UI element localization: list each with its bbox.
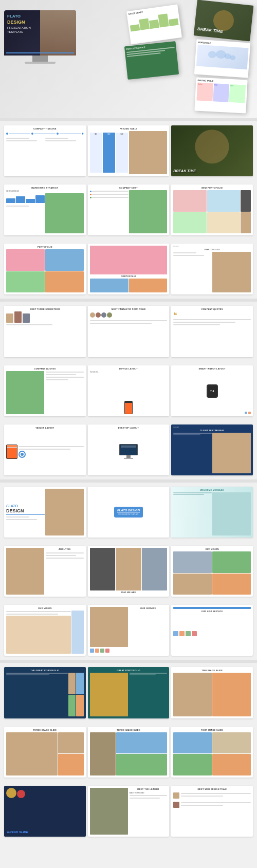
slide-about-us: ABOUT US <box>4 546 86 597</box>
slide-flato-cover: FLATO DESIGN <box>4 487 86 538</box>
four-img-2 <box>212 732 251 754</box>
text-placeholder <box>90 323 152 324</box>
slide-client-testimonial: CLIENT CLIENT TESTIMONIAL <box>171 424 253 475</box>
two-img-right <box>212 673 251 716</box>
slides-grid-row4: MEET THREE MUSKETEER MEET FANTASTIC FOUR… <box>0 302 257 361</box>
box-divider <box>117 512 140 513</box>
slide-company-quotes-2: COMPANY QUOTES <box>4 365 86 416</box>
slide-welcome-message: WELCOME MESSAGE <box>171 487 253 538</box>
slide-pricing-table: PRICING TABLE $10 $20 $40 <box>88 125 170 176</box>
great-portfolio-2-title: GREAT PORTOFOLIO <box>90 669 168 672</box>
portfolio-block <box>6 249 45 271</box>
leader-name: WADE THOMSOSAN <box>130 792 168 794</box>
our-vision-1-title: OUR VISION <box>173 548 251 550</box>
four-team-title: MEET FANTASTIC FOUR TEAM <box>90 308 168 310</box>
text-placeholder <box>130 674 156 675</box>
icon <box>245 412 247 414</box>
world-map-svg <box>201 47 243 67</box>
three-img-shelf <box>90 732 116 775</box>
color-block <box>173 212 206 234</box>
portfolio-3-subtitle: PORTO <box>173 246 251 248</box>
our-service-title: OUR SERVICE <box>130 607 168 610</box>
list-icon <box>179 631 185 636</box>
slide-break-slide: BREAK SLIDE <box>4 786 86 837</box>
break-time-main-text: BREAK TIME <box>173 169 251 173</box>
text-placeholder <box>19 446 84 447</box>
service-icon <box>90 649 94 653</box>
client-label: CLIENT <box>173 427 251 429</box>
hero-section: FLATO DESIGN PRESENTATION TEMPLATE SALES… <box>0 0 257 118</box>
slide-flato-design-2: FLATO DESIGN PRESENTATION TEMPLATE <box>88 487 170 538</box>
pricing-basic: $10 <box>90 133 102 173</box>
four-img-3 <box>173 754 212 775</box>
slide-our-vision-1: OUR VISION <box>171 546 253 597</box>
web-team-row <box>173 802 251 808</box>
four-image-title: FOUR IMAGE SLIDE <box>173 729 251 731</box>
person-thumb <box>96 312 101 318</box>
pricing-table-preview: PRICING TABLE BASIC PRO ENT <box>194 77 247 113</box>
circle-inner <box>21 453 24 456</box>
slide-great-portfolio-2: GREAT PORTOFOLIO <box>88 667 170 718</box>
portfolio-3-title: PORTOFOLIO <box>173 248 251 251</box>
list-service-preview: OUR LIST SERVICE <box>124 41 179 80</box>
company-quotes-title: COMPANY QUOTES <box>173 308 251 310</box>
three-image-2-title: THREE IMAGE SLIDE <box>90 729 168 731</box>
text-placeholder <box>45 138 68 139</box>
text-placeholder <box>6 673 68 674</box>
slide-four-image: FOUR IMAGE SLIDE <box>171 727 253 778</box>
vision-block <box>212 551 251 573</box>
slide-company-quotes-1: COMPANY QUOTES ❝ <box>171 306 253 357</box>
three-musketeer-title: MEET THREE MUSKETEER <box>6 308 84 310</box>
our-vision-2-title: OUR VISION <box>6 607 84 610</box>
slides-grid-row7: FLATO DESIGN FLATO DESIGN PRESENTATION T… <box>0 483 257 542</box>
text-placeholder <box>173 433 212 434</box>
flato-box-title: FLATO DESIGN <box>117 509 140 512</box>
vision-side-img <box>71 611 84 654</box>
text-placeholder <box>173 319 251 320</box>
testimonial-img <box>212 433 251 473</box>
portfolio-sport-img <box>90 673 128 716</box>
slide-four-team: MEET FANTASTIC FOUR TEAM <box>88 306 170 357</box>
smart-watch-title: SMART WATCH LAYOUT <box>173 367 251 370</box>
portfolio-img-top <box>90 246 168 274</box>
slide-three-image-2: THREE IMAGE SLIDE <box>88 727 170 778</box>
portfolio-block <box>68 695 76 716</box>
strategy-image <box>45 193 84 233</box>
slide-marketing-strategy: MARKETING STRATEGY 01/16 $400 $4,520 <box>4 184 86 235</box>
quote-mark: ❝ <box>173 311 251 319</box>
about-us-title: ABOUT US <box>46 548 84 550</box>
text-placeholder <box>173 492 212 493</box>
list-icon <box>186 631 191 636</box>
team-member-img <box>173 792 179 799</box>
break-time-preview: BREAK TIME <box>194 0 254 42</box>
timeline-row-1 <box>6 133 84 135</box>
slide-tablet-layout: TABLET LAYOUT <box>4 424 86 475</box>
leader-img <box>90 788 128 835</box>
company-cost-title: COMPANY COST <box>90 187 168 189</box>
text-placeholder <box>6 611 71 612</box>
team-person <box>6 313 13 323</box>
text-placeholder <box>45 140 76 141</box>
color-block <box>207 190 240 212</box>
device-stats: 750 506 99+ <box>90 371 168 373</box>
slide-great-portfolio-1: THE GREAT PORTOFOLIO <box>4 667 86 718</box>
brand-line <box>6 514 45 515</box>
text-placeholder <box>130 798 160 799</box>
service-icon <box>105 649 109 653</box>
text-placeholder <box>173 322 235 323</box>
slide-new-portfolio: NEW PORTOFOLIO <box>171 184 253 235</box>
web-team-row <box>173 792 251 799</box>
monitor-screen: FLATO DESIGN PRESENTATION TEMPLATE <box>4 10 76 56</box>
monitor-bottom-bar <box>6 52 74 53</box>
pricing-table-title: PRICING TABLE <box>90 127 168 130</box>
text-placeholder <box>6 516 29 518</box>
desktop-base <box>124 458 133 459</box>
desktop-device <box>119 444 138 455</box>
slides-grid-row8: ABOUT US WHO WE ARE OUR VISION <box>0 542 257 601</box>
pricing-pro: $20 <box>103 133 115 173</box>
person-thumb <box>90 312 95 318</box>
slides-grid-row10: THE GREAT PORTOFOLIO GREAT PORTOFOLIO <box>0 663 257 722</box>
three-image-1-title: THREE IMAGE SLIDE <box>6 729 84 731</box>
quotes-img <box>6 371 44 414</box>
flato-box: FLATO DESIGN PRESENTATION TEMPLATE <box>114 507 143 518</box>
